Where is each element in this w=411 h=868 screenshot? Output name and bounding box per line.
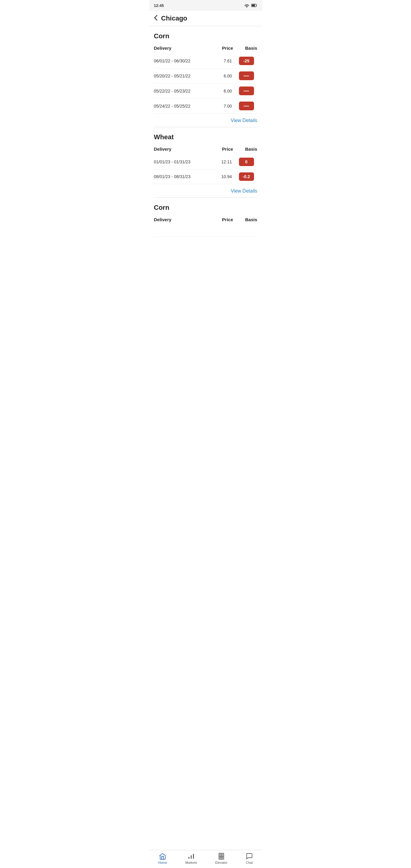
- wifi-icon: [244, 3, 250, 7]
- table-row: [154, 225, 257, 237]
- col-header-basis-corn1: Basis: [233, 45, 257, 51]
- svg-rect-4: [193, 854, 194, 859]
- row-price: 7.00: [209, 104, 235, 108]
- page-header: Chicago: [149, 11, 262, 26]
- status-time: 12:45: [154, 3, 164, 8]
- row-basis: -25: [235, 57, 257, 65]
- col-header-basis-wheat: Basis: [233, 147, 257, 152]
- section-title-wheat: Wheat: [154, 133, 257, 141]
- col-header-delivery-wheat: Delivery: [154, 147, 206, 152]
- col-header-price-wheat: Price: [206, 147, 233, 152]
- row-basis: —: [235, 87, 257, 95]
- basis-badge: 0: [239, 158, 254, 166]
- row-price: 6.00: [209, 89, 235, 93]
- nav-label-elevator: Elevator: [215, 861, 227, 864]
- row-basis: [235, 228, 257, 234]
- markets-icon: [187, 852, 195, 860]
- view-details-wheat[interactable]: View Details: [154, 184, 257, 196]
- row-basis: —: [235, 101, 257, 110]
- row-delivery: 06/01/22 - 06/30/22: [154, 59, 209, 63]
- basis-badge: -25: [239, 57, 254, 65]
- nav-label-home: Home: [158, 861, 167, 864]
- table-row: 05/24/22 - 05/25/22 7.00 —: [154, 98, 257, 114]
- section-corn2: Corn Delivery Price Basis: [154, 198, 257, 237]
- nav-item-markets[interactable]: Markets: [185, 852, 197, 864]
- row-basis: 0: [235, 158, 257, 166]
- svg-rect-10: [221, 857, 223, 858]
- row-basis: -0.2: [235, 173, 257, 181]
- nav-label-chat: Chat: [246, 861, 253, 864]
- section-title-corn1: Corn: [154, 32, 257, 40]
- elevator-icon: [218, 852, 225, 860]
- status-icons: [244, 3, 257, 7]
- table-header-corn2: Delivery Price Basis: [154, 217, 257, 222]
- nav-label-markets: Markets: [185, 861, 197, 864]
- table-row: 06/01/22 - 06/30/22 7.61 -25: [154, 54, 257, 68]
- basis-badge: -0.2: [239, 173, 254, 181]
- svg-rect-7: [221, 854, 223, 856]
- row-delivery: 08/01/23 - 08/31/23: [154, 174, 209, 179]
- nav-item-elevator[interactable]: Elevator: [215, 852, 227, 864]
- table-row: 01/01/23 - 01/31/23 12.11 0: [154, 155, 257, 169]
- row-price: 7.61: [209, 59, 235, 63]
- svg-rect-3: [191, 855, 192, 859]
- row-price: 6.00: [209, 73, 235, 79]
- row-delivery: 05/22/22 - 05/23/22: [154, 89, 209, 93]
- svg-rect-6: [220, 854, 221, 856]
- row-delivery: 01/01/23 - 01/31/23: [154, 159, 209, 164]
- nav-item-home[interactable]: Home: [158, 852, 167, 864]
- svg-rect-2: [188, 857, 189, 859]
- col-header-delivery-corn2: Delivery: [154, 217, 206, 222]
- row-price: 12.11: [209, 159, 235, 164]
- basis-badge: —: [239, 71, 254, 80]
- home-icon: [159, 852, 166, 860]
- basis-badge: —: [239, 87, 254, 95]
- row-delivery: 05/20/22 - 05/21/22: [154, 73, 209, 79]
- nav-item-chat[interactable]: Chat: [246, 852, 253, 864]
- section-corn1: Corn Delivery Price Basis 06/01/22 - 06/…: [154, 26, 257, 127]
- status-bar: 12:45: [149, 0, 262, 11]
- basis-badge: —: [239, 101, 254, 110]
- main-content: Corn Delivery Price Basis 06/01/22 - 06/…: [149, 26, 262, 261]
- table-row: 05/22/22 - 05/23/22 6.00 —: [154, 84, 257, 98]
- page-title: Chicago: [161, 14, 187, 22]
- chat-icon: [246, 852, 253, 860]
- battery-icon: [251, 4, 257, 7]
- table-row: 05/20/22 - 05/21/22 6.00 —: [154, 68, 257, 84]
- col-header-price-corn1: Price: [206, 45, 233, 51]
- row-delivery: 05/24/22 - 05/25/22: [154, 104, 209, 108]
- table-row: 08/01/23 - 08/31/23 10.94 -0.2: [154, 169, 257, 184]
- svg-rect-1: [252, 4, 255, 6]
- col-header-basis-corn2: Basis: [233, 217, 257, 222]
- table-header-wheat: Delivery Price Basis: [154, 147, 257, 152]
- bottom-nav: Home Markets Elevator Chat: [149, 850, 262, 868]
- col-header-price-corn2: Price: [206, 217, 233, 222]
- back-button[interactable]: [154, 15, 158, 22]
- svg-rect-9: [220, 857, 221, 858]
- row-price: 10.94: [209, 174, 235, 179]
- section-wheat: Wheat Delivery Price Basis 01/01/23 - 01…: [154, 127, 257, 198]
- view-details-corn1[interactable]: View Details: [154, 114, 257, 126]
- col-header-delivery-corn1: Delivery: [154, 45, 206, 51]
- section-title-corn2: Corn: [154, 204, 257, 212]
- table-header-corn1: Delivery Price Basis: [154, 45, 257, 51]
- row-basis: —: [235, 71, 257, 80]
